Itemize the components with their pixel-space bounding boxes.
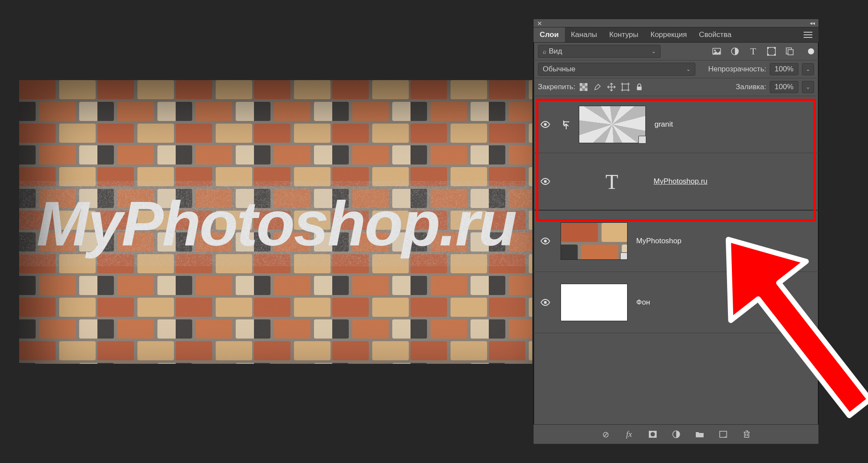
svg-rect-29: [582, 88, 585, 91]
svg-rect-40: [720, 431, 727, 437]
chevron-down-icon: ⌄: [651, 48, 656, 54]
tab-properties[interactable]: Свойства: [693, 27, 738, 42]
fill-value[interactable]: 100%: [770, 81, 798, 93]
svg-rect-25: [585, 88, 588, 91]
blend-mode-select[interactable]: Обычные ⌄: [538, 63, 695, 76]
svg-rect-16: [767, 54, 769, 56]
new-group-icon[interactable]: [694, 429, 705, 440]
svg-point-36: [544, 301, 547, 304]
filter-toggle-switch[interactable]: [808, 48, 814, 54]
layer-thumbnail[interactable]: T: [579, 163, 645, 200]
filter-shape-icon[interactable]: [767, 47, 776, 56]
layer-effects-icon[interactable]: fx: [624, 429, 635, 440]
layer-filter-row: ⌕Вид ⌄ T: [534, 43, 818, 60]
svg-rect-21: [580, 83, 582, 86]
svg-point-32: [544, 123, 547, 126]
svg-point-11: [714, 50, 716, 51]
svg-rect-26: [582, 83, 585, 86]
svg-rect-35: [561, 223, 627, 259]
fill-chevron[interactable]: ⌄: [802, 81, 814, 93]
opacity-value[interactable]: 100%: [770, 63, 798, 75]
document-canvas[interactable]: MyPhotoshop.ru MyPhotoshop.ru: [19, 80, 532, 364]
blend-mode-value: Обычные: [543, 65, 575, 74]
type-layer-icon: T: [605, 170, 618, 194]
filter-pixel-icon[interactable]: [712, 47, 721, 56]
filter-type-icon[interactable]: T: [749, 47, 758, 56]
layer-row[interactable]: ↳ granit: [534, 96, 818, 153]
smart-object-badge-icon: [620, 252, 628, 260]
lock-transparency-icon[interactable]: [579, 82, 588, 92]
svg-rect-24: [580, 88, 582, 91]
svg-rect-22: [585, 83, 588, 86]
smart-object-badge-icon: [638, 136, 646, 144]
layer-name[interactable]: MyPhotoshop: [636, 237, 681, 245]
layer-name[interactable]: Фон: [636, 298, 650, 307]
lock-fill-row: Закрепить: Заливка: 100% ⌄: [534, 78, 818, 96]
svg-point-34: [544, 240, 547, 242]
chevron-down-icon: ⌄: [686, 66, 691, 72]
layer-row[interactable]: MyPhotoshop: [534, 211, 818, 272]
visibility-toggle[interactable]: [539, 176, 552, 187]
svg-rect-15: [774, 47, 776, 49]
lock-artboard-icon[interactable]: [621, 82, 630, 92]
search-icon: ⌕: [543, 48, 546, 55]
delete-layer-icon[interactable]: [741, 429, 752, 440]
svg-rect-28: [585, 86, 588, 88]
add-mask-icon[interactable]: [647, 429, 658, 440]
visibility-toggle[interactable]: [539, 119, 552, 130]
tab-channels[interactable]: Каналы: [565, 27, 603, 42]
layers-panel: ✕ ◂◂ Слои Каналы Контуры Коррекция Свойс…: [534, 19, 818, 444]
filter-kind-select[interactable]: ⌕Вид ⌄: [538, 45, 661, 58]
collapse-icon[interactable]: ◂◂: [810, 20, 815, 26]
layer-row[interactable]: Фон: [534, 272, 818, 333]
layers-list: ↳ granit T MyPhotoshop.ru MyPhotoshop Фо…: [534, 96, 818, 405]
tab-paths[interactable]: Контуры: [603, 27, 644, 42]
layer-thumbnail[interactable]: [561, 284, 628, 321]
lock-all-icon[interactable]: [634, 82, 644, 92]
tab-adjustments[interactable]: Коррекция: [644, 27, 693, 42]
panel-menu-icon[interactable]: [804, 32, 812, 38]
svg-rect-19: [788, 50, 793, 55]
visibility-toggle[interactable]: [539, 236, 552, 246]
layer-thumbnail[interactable]: [579, 106, 646, 143]
tab-layers[interactable]: Слои: [534, 27, 565, 42]
filter-smart-icon[interactable]: [785, 47, 794, 56]
filter-adjustment-icon[interactable]: [731, 47, 739, 56]
blend-opacity-row: Обычные ⌄ Непрозрачность: 100% ⌄: [534, 60, 818, 78]
svg-rect-23: [582, 86, 585, 88]
fill-label: Заливка:: [736, 83, 766, 91]
opacity-label: Непрозрачность:: [708, 65, 766, 74]
visibility-toggle[interactable]: [539, 297, 552, 308]
new-layer-icon[interactable]: [718, 429, 729, 440]
svg-rect-17: [774, 54, 776, 56]
svg-rect-14: [767, 47, 769, 49]
panel-titlebar: ✕ ◂◂: [534, 19, 818, 27]
layers-footer: ⊘ fx: [534, 424, 818, 444]
svg-point-38: [651, 432, 655, 436]
panel-tabs: Слои Каналы Контуры Коррекция Свойства: [534, 27, 818, 43]
close-icon[interactable]: ✕: [537, 20, 542, 27]
layer-row[interactable]: T MyPhotoshop.ru: [534, 153, 818, 211]
lock-label: Закрепить:: [538, 83, 575, 91]
svg-rect-30: [622, 84, 628, 90]
link-layers-icon[interactable]: ⊘: [600, 429, 611, 440]
svg-rect-27: [580, 86, 582, 88]
lock-pixels-icon[interactable]: [593, 82, 602, 92]
new-adjustment-layer-icon[interactable]: [671, 429, 682, 440]
layer-thumbnail[interactable]: [561, 222, 628, 260]
svg-rect-31: [637, 87, 642, 90]
clipping-indicator-icon: ↳: [561, 120, 570, 129]
layer-name[interactable]: granit: [654, 120, 673, 129]
layer-name[interactable]: MyPhotoshop.ru: [654, 177, 708, 186]
opacity-chevron[interactable]: ⌄: [802, 63, 814, 75]
lock-position-icon[interactable]: [607, 82, 616, 92]
svg-point-33: [544, 180, 547, 183]
filter-kind-label: Вид: [549, 47, 562, 55]
